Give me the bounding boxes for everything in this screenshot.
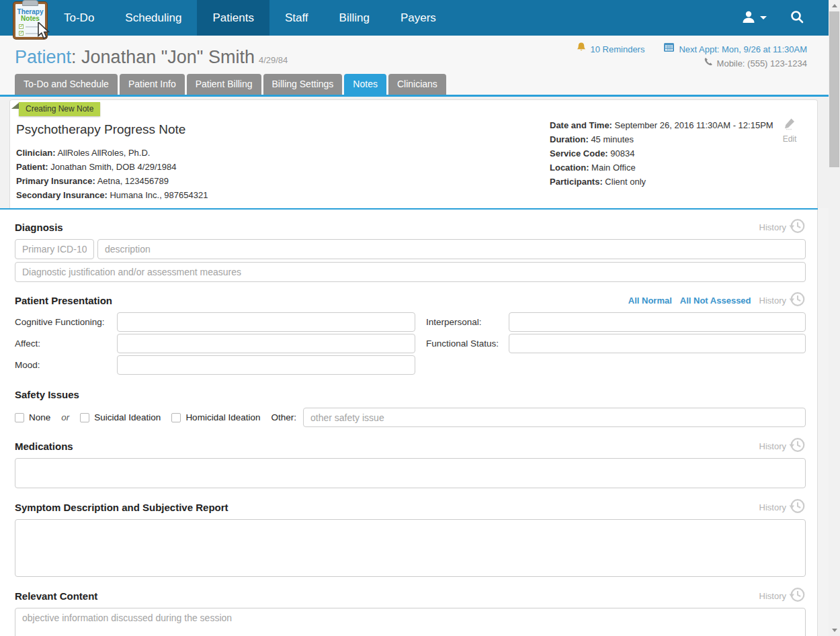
primary-insurance-value: Aetna, 123456789 [95,176,169,186]
cognitive-functioning-input[interactable] [117,312,415,332]
homicidal-ideation-label: Homicidal Ideation [185,412,260,422]
all-normal-link[interactable]: All Normal [628,296,672,306]
duration-label: Duration: [550,134,589,144]
pencil-icon [783,121,796,132]
duration-value: 45 minutes [589,134,634,144]
interpersonal-input[interactable] [509,312,806,332]
note-body: Diagnosis History Patient Presentation A… [0,210,818,636]
mood-label: Mood: [15,360,117,370]
date-time-label: Date and Time: [550,120,612,130]
search-icon [790,15,804,26]
right-gutter [818,208,829,636]
mood-input[interactable] [117,355,415,375]
location-value: Main Office [589,163,636,173]
homicidal-ideation-checkbox[interactable] [171,413,181,422]
diagnosis-heading: Diagnosis [15,222,63,233]
top-nav: To-Do Scheduling Patients Staff Billing … [0,0,829,36]
history-clock-icon [788,437,806,456]
affect-input[interactable] [117,334,415,353]
creating-new-note-badge: Creating New Note [19,102,100,116]
relevant-content-textarea[interactable] [15,608,806,636]
nav-item-staff[interactable]: Staff [269,0,324,36]
history-label: History [759,502,786,512]
edit-appointment-button[interactable]: Edit [778,117,801,144]
reminders-link[interactable]: 10 Reminders [591,42,645,56]
history-label: History [759,296,786,306]
or-label: or [61,412,69,422]
history-label: History [759,222,786,232]
diagnostic-justification-input[interactable] [15,262,806,282]
presentation-history-button[interactable]: History [759,291,806,310]
cognitive-functioning-label: Cognitive Functioning: [15,317,117,327]
mouse-cursor-icon [37,22,52,42]
nav-item-todo[interactable]: To-Do [48,0,110,36]
logo-checkbox-icon [19,31,24,36]
scrollbar-down-button[interactable] [829,625,840,636]
user-icon [741,9,756,27]
other-label: Other: [271,412,296,422]
page-title: Patient: Jonathan "Jon" Smith4/29/84 [15,47,288,68]
diagnosis-description-input[interactable] [97,239,806,259]
diagnosis-history-button[interactable]: History [759,218,806,237]
history-label: History [759,441,786,451]
other-safety-issue-input[interactable] [303,408,806,427]
functional-status-label: Functional Status: [426,338,509,349]
nav-item-payers[interactable]: Payers [385,0,452,36]
patient-dob: 4/29/84 [259,55,288,65]
tab-todo-and-schedule[interactable]: To-Do and Schedule [15,74,118,95]
tab-patient-billing[interactable]: Patient Billing [187,74,261,95]
scrollbar-thumb[interactable] [829,11,839,167]
note-details-right: Date and Time: September 26, 2016 11:30A… [550,118,773,189]
history-clock-icon [788,498,806,517]
user-menu-button[interactable] [741,9,767,27]
none-checkbox[interactable] [15,413,24,422]
relevant-content-history-button[interactable]: History [759,586,806,606]
date-time-value: September 26, 2016 11:30AM - 12:15PM [612,120,773,130]
tab-patient-info[interactable]: Patient Info [120,74,185,95]
nav-item-billing[interactable]: Billing [324,0,385,36]
tab-notes[interactable]: Notes [344,74,386,95]
mobile-phone-text: Mobile: (555) 123-1234 [717,56,807,71]
secondary-insurance-value: Humana Inc., 987654321 [108,190,208,200]
symptom-history-button[interactable]: History [759,498,806,517]
nav-item-patients[interactable]: Patients [197,0,269,36]
nav-item-scheduling[interactable]: Scheduling [110,0,197,36]
history-clock-icon [788,291,806,310]
medications-textarea[interactable] [15,458,806,488]
logo-checkbox-icon [19,24,24,29]
patient-label: Patient: [16,162,48,172]
all-not-assessed-link[interactable]: All Not Assessed [680,296,751,306]
interpersonal-label: Interpersonal: [426,317,509,327]
tab-billing-settings[interactable]: Billing Settings [263,74,343,95]
next-appt-link[interactable]: Next Appt: Mon, 9/26 at 11:30AM [679,42,807,56]
search-button[interactable] [790,9,804,27]
bell-icon [576,42,587,56]
symptom-description-heading: Symptom Description and Subjective Repor… [15,502,228,513]
patient-value: Jonathan Smith, DOB 4/29/1984 [48,162,177,172]
history-clock-icon [788,218,806,237]
functional-status-input[interactable] [509,334,806,353]
arrow-up-icon [832,4,837,7]
patient-name: Jonathan "Jon" Smith [81,47,255,67]
suicidal-ideation-checkbox[interactable] [80,413,89,422]
page-scrollbar[interactable] [829,0,840,636]
therapynotes-logo[interactable]: Therapy Notes [13,2,47,39]
primary-icd10-input[interactable] [15,239,94,259]
medications-heading: Medications [15,441,73,452]
note-details-left: Clinician: AllRoles AllRoles, Ph.D. Pati… [16,146,208,202]
scrollbar-up-button[interactable] [829,0,840,11]
participants-label: Participants: [550,177,603,187]
affect-label: Affect: [15,338,117,349]
logo-text-notes: Notes [15,15,45,22]
medications-history-button[interactable]: History [759,437,806,456]
symptom-description-textarea[interactable] [15,519,806,577]
calendar-icon [663,42,675,56]
clinician-value: AllRoles AllRoles, Ph.D. [56,148,151,158]
suicidal-ideation-label: Suicidal Ideation [94,412,161,422]
service-code-value: 90834 [608,148,635,158]
title-separator: : [71,47,81,67]
safety-issues-heading: Safety Issues [15,389,79,400]
service-code-label: Service Code: [550,148,608,158]
clinician-label: Clinician: [16,148,56,158]
tab-clinicians[interactable]: Clinicians [388,74,446,95]
